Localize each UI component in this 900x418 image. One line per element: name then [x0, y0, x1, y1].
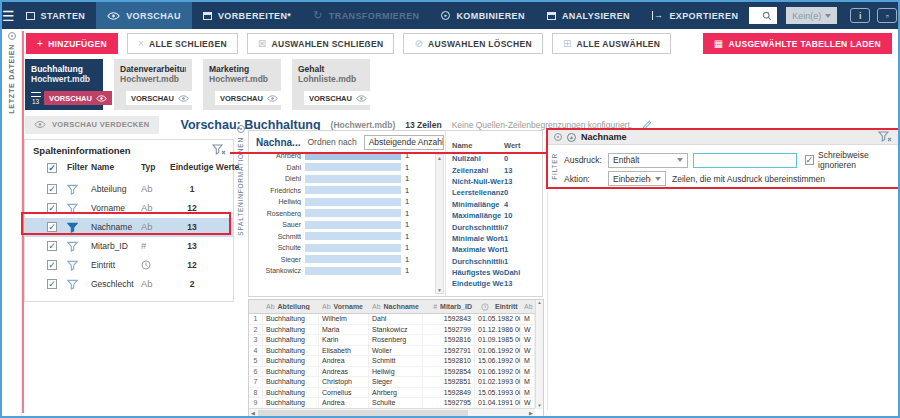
table-row[interactable]: 5BuchhaltungAndreaSchmitt159281015.06.19…: [249, 356, 543, 367]
info-icon[interactable]: i: [850, 8, 870, 23]
histogram-row[interactable]: Schulte1: [255, 242, 435, 254]
column-row-mitarb-id[interactable]: ✓ Mitarb_ID # 13: [25, 237, 233, 256]
filter-panel-header[interactable]: ▲ Nachname: [548, 130, 898, 145]
scroll-left-icon[interactable]: ◀: [249, 409, 257, 417]
action-select[interactable]: Einbeziehen: [608, 171, 666, 186]
preview-button[interactable]: VORSCHAU: [304, 91, 372, 105]
histogram-row[interactable]: Stankowicz1: [255, 265, 435, 277]
close-all-button[interactable]: × ALLE SCHLIEẞEN: [127, 33, 238, 54]
ignore-case-checkbox[interactable]: ✓: [805, 155, 815, 165]
checkbox[interactable]: ✓: [47, 260, 57, 270]
histogram-row[interactable]: Friedrichs1: [255, 185, 435, 197]
collapse-icon[interactable]: ▲: [567, 133, 576, 142]
select-all-button[interactable]: ⊞ ALLE AUSWÄHLEN: [552, 33, 671, 54]
column-row-vorname[interactable]: ✓ Vorname Ab 12: [25, 199, 233, 218]
search-icon[interactable]: [762, 11, 772, 21]
scroll-down-icon[interactable]: ▼: [537, 403, 541, 408]
filter-expression-input[interactable]: [693, 153, 797, 168]
table-row[interactable]: 1BuchhaltungWilhelmDahl159284301.05.1982…: [249, 314, 543, 325]
table-grid-icon: ▦: [714, 38, 724, 49]
column-info-dock-strip[interactable]: SPALTENINFORMATIONEN: [233, 124, 248, 304]
tab-vorbereiten[interactable]: VORBEREITEN*: [192, 2, 302, 29]
preview-button[interactable]: VORSCHAU: [126, 91, 194, 105]
data-preview-table: AbAbteilung AbVorname AbNachname #Mitarb…: [248, 299, 544, 418]
histogram-row[interactable]: Hellwig1: [255, 196, 435, 208]
add-button[interactable]: + HINZUFÜGEN: [26, 33, 118, 54]
histogram-row[interactable]: Schmitt1: [255, 231, 435, 243]
window-icon[interactable]: ▫: [877, 8, 897, 23]
filter-funnel-icon[interactable]: [67, 184, 78, 195]
expression-select[interactable]: Enthält: [608, 153, 688, 168]
tab-kombinieren[interactable]: ▸ KOMBINIEREN: [430, 2, 535, 29]
filter-funnel-icon-active[interactable]: [67, 222, 78, 233]
search-input[interactable]: [754, 10, 758, 22]
file-card-marketing[interactable]: Marketing Hochwert.mdb VORSCHAU: [203, 59, 281, 110]
column-row-nachname[interactable]: ✓ Nachname Ab 13: [25, 218, 233, 237]
table-row[interactable]: 4BuchhaltungElisabethWoller159279101.06.…: [249, 346, 543, 357]
col-header-geschlecht[interactable]: Ab: [521, 303, 535, 310]
checkbox[interactable]: ✓: [47, 203, 57, 213]
column-row-eintritt[interactable]: ✓ Eintritt 12: [25, 256, 233, 275]
tab-vorschau[interactable]: VORSCHAU: [96, 2, 192, 29]
filter-funnel-icon[interactable]: [67, 279, 78, 290]
file-card-gehalt[interactable]: Gehalt Lohnliste.mdb VORSCHAU: [292, 59, 370, 110]
tab-exportieren[interactable]: → EXPORTIEREN: [641, 2, 749, 29]
table-vertical-scrollbar[interactable]: ▲▼: [535, 300, 543, 408]
table-row[interactable]: 3BuchhaltungKarinRosenberg159281601.09.1…: [249, 335, 543, 346]
col-header-eintritt[interactable]: Eintritt: [475, 303, 521, 311]
histogram-row[interactable]: Rosenberg1: [255, 208, 435, 220]
close-selected-button[interactable]: ⊠ AUSWAHLEN SCHLIEẞEN: [247, 33, 395, 54]
table-row[interactable]: 8BuchhaltungCorneliusAhrberg159284915.05…: [249, 388, 543, 399]
histogram-row[interactable]: Dahl1: [255, 162, 435, 174]
delete-selected-button[interactable]: ⊘ AUSWAHLEN LÖSCHEN: [403, 33, 542, 54]
checkbox[interactable]: ✓: [47, 279, 57, 289]
table-row[interactable]: 6BuchhaltungAndreasHellwig159285401.06.1…: [249, 367, 543, 378]
histogram-scrollbar[interactable]: ▲▼: [435, 154, 444, 294]
table-row[interactable]: 9BuchhaltungAndreaSchulte159279501.04.19…: [249, 398, 543, 409]
pin-icon[interactable]: [8, 32, 16, 40]
histogram-row[interactable]: Ahrberg1: [255, 154, 435, 162]
file-card-buchhaltung[interactable]: Buchhaltung Hochwert.mdb 13 VORSCHAU: [25, 59, 103, 110]
order-by-select[interactable]: Absteigende Anzahl: [364, 135, 444, 150]
table-horizontal-scrollbar[interactable]: ◀ ▶: [249, 408, 535, 417]
col-header-vorname[interactable]: AbVorname: [319, 303, 369, 310]
scroll-up-icon[interactable]: ▲: [437, 155, 442, 161]
hamburger-menu-icon[interactable]: ☰: [2, 8, 15, 24]
tab-starten[interactable]: STARTEN: [15, 2, 97, 29]
scroll-down-icon[interactable]: ▼: [437, 287, 442, 293]
preview-toolbar: + HINZUFÜGEN × ALLE SCHLIEẞEN ⊠ AUSWAHLE…: [23, 29, 898, 58]
file-card-datenverarbeitung[interactable]: Datenverarbeitung Hochwert.mdb VORSCHAU: [114, 59, 192, 110]
column-info-strip-label: SPALTENINFORMATIONEN: [237, 137, 244, 236]
histogram-row[interactable]: Sieger1: [255, 254, 435, 266]
filter-funnel-icon[interactable]: [67, 260, 78, 271]
load-selected-tables-button[interactable]: ▦ AUSGEWÄHLTE TABELLEN LADEN: [703, 33, 892, 54]
tab-analysieren[interactable]: ANALYSIEREN: [536, 2, 641, 29]
histogram-row[interactable]: Sauer1: [255, 219, 435, 231]
column-row-abteilung[interactable]: ✓ Abteilung Ab 1: [25, 180, 233, 199]
filter-funnel-icon[interactable]: [67, 241, 78, 252]
profile-select[interactable]: Kein(e): [786, 7, 837, 24]
preview-button[interactable]: VORSCHAU: [44, 91, 112, 105]
table-row[interactable]: 7BuchhaltungChristophSieger159285101.02.…: [249, 377, 543, 388]
clear-filter-icon[interactable]: [878, 131, 892, 143]
col-header-mitarb-id[interactable]: #Mitarb_ID: [423, 303, 475, 310]
checkbox[interactable]: ✓: [47, 241, 57, 251]
checkbox[interactable]: ✓: [47, 184, 57, 194]
col-header-abteilung[interactable]: AbAbteilung: [263, 303, 319, 310]
filter-funnel-icon[interactable]: [67, 203, 78, 214]
column-row-geschlecht[interactable]: ✓ Geschlecht Ab 2: [25, 275, 233, 294]
clear-filter-icon[interactable]: [212, 144, 226, 156]
hide-preview-button[interactable]: VORSCHAU VERDECKEN: [25, 116, 159, 134]
preview-button[interactable]: VORSCHAU: [215, 91, 283, 105]
scroll-up-icon[interactable]: ▲: [537, 300, 541, 305]
table-row[interactable]: 2BuchhaltungMariaStankowicz159279901.12.…: [249, 325, 543, 336]
select-all-checkbox[interactable]: ✓: [47, 163, 57, 173]
recent-files-rail[interactable]: LETZTE DATEIEN: [2, 29, 22, 416]
scroll-right-icon[interactable]: ▶: [527, 409, 535, 417]
histogram-row[interactable]: Diehl1: [255, 173, 435, 185]
scrollbar-thumb[interactable]: [258, 410, 468, 416]
pin-icon[interactable]: [237, 125, 245, 133]
checkbox[interactable]: ✓: [47, 222, 57, 232]
col-header-nachname[interactable]: AbNachname: [369, 303, 423, 310]
pin-icon[interactable]: [554, 133, 562, 141]
